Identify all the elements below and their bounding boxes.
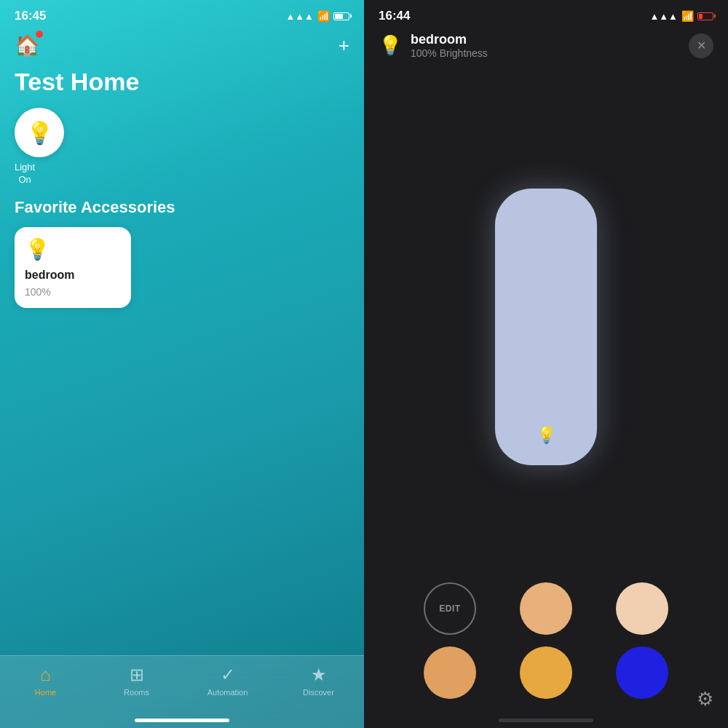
color-preset-warm2[interactable] xyxy=(616,582,668,635)
tab-home[interactable]: ⌂ Home xyxy=(24,665,68,697)
detail-subtitle: 100% Brightness xyxy=(411,47,488,59)
color-preset-blue[interactable] xyxy=(616,646,668,699)
left-panel: 16:45 ▲▲▲ 📶 🏠 + Test Home 💡 Light On Fav… xyxy=(0,0,364,728)
color-presets: EDIT xyxy=(364,582,728,728)
brightness-slider[interactable]: 💡 xyxy=(495,189,597,465)
light-icon-area: 💡 Light On xyxy=(0,108,364,198)
settings-icon-wrap[interactable]: ⚙ xyxy=(697,688,713,711)
left-time: 16:45 xyxy=(15,9,46,23)
right-status-bar: 16:44 ▲▲▲ 📶 xyxy=(364,0,728,26)
tab-automation[interactable]: ✓ Automation xyxy=(206,665,250,697)
battery-icon xyxy=(333,12,349,20)
home-icon-wrapper[interactable]: 🏠 xyxy=(15,33,40,58)
left-tab-bar: ⌂ Home ⊞ Rooms ✓ Automation ★ Discover xyxy=(0,655,364,728)
right-panel: 16:44 ▲▲▲ 📶 💡 bedroom 100% Brightness ✕ … xyxy=(364,0,728,728)
close-icon: ✕ xyxy=(697,39,706,52)
signal-icon: ▲▲▲ xyxy=(285,11,314,22)
page-title: Test Home xyxy=(0,65,364,108)
home-indicator-left xyxy=(135,719,229,722)
right-signal-icon: ▲▲▲ xyxy=(649,11,678,22)
color-preset-warm1[interactable] xyxy=(520,582,572,635)
home-icon: 🏠 xyxy=(15,34,40,57)
home-tab-icon: ⌂ xyxy=(40,665,51,685)
color-preset-warm4[interactable] xyxy=(520,646,572,699)
close-button[interactable]: ✕ xyxy=(689,33,713,58)
wifi-icon: 📶 xyxy=(317,10,330,22)
fav-card-value: 100% xyxy=(25,286,121,298)
right-battery-icon xyxy=(697,12,713,20)
right-status-icons: ▲▲▲ 📶 xyxy=(649,10,713,22)
right-time: 16:44 xyxy=(379,9,410,23)
tab-rooms[interactable]: ⊞ Rooms xyxy=(115,665,159,697)
detail-bulb-icon: 💡 xyxy=(379,34,402,57)
left-status-icons: ▲▲▲ 📶 xyxy=(285,10,349,22)
color-preset-warm3[interactable] xyxy=(424,646,476,699)
light-label: Light On xyxy=(15,162,35,186)
light-circle[interactable]: 💡 xyxy=(15,108,64,157)
detail-header: 💡 bedroom 100% Brightness ✕ xyxy=(364,26,728,71)
brightness-container: 💡 xyxy=(364,71,728,582)
discover-tab-icon: ★ xyxy=(311,665,327,685)
discover-tab-label: Discover xyxy=(303,688,334,697)
tab-discover[interactable]: ★ Discover xyxy=(297,665,341,697)
detail-title: bedroom xyxy=(411,32,488,47)
home-tab-label: Home xyxy=(35,688,56,697)
fav-section-title: Favorite Accessories xyxy=(15,198,349,217)
brightness-bulb-icon: 💡 xyxy=(537,426,556,445)
add-button[interactable]: + xyxy=(339,34,349,57)
left-status-bar: 16:45 ▲▲▲ 📶 xyxy=(0,0,364,26)
rooms-tab-label: Rooms xyxy=(124,688,149,697)
left-header: 🏠 + xyxy=(0,26,364,65)
home-badge xyxy=(36,31,43,38)
fav-card-name: bedroom xyxy=(25,269,121,282)
edit-label: EDIT xyxy=(439,604,460,614)
edit-circle[interactable]: EDIT xyxy=(424,582,476,635)
settings-icon: ⚙ xyxy=(697,688,713,710)
fav-section: Favorite Accessories 💡 bedroom 100% xyxy=(0,198,364,308)
automation-tab-label: Automation xyxy=(207,688,248,697)
detail-header-left: 💡 bedroom 100% Brightness xyxy=(379,32,488,59)
rooms-tab-icon: ⊞ xyxy=(130,665,144,685)
detail-text: bedroom 100% Brightness xyxy=(411,32,488,59)
fav-card[interactable]: 💡 bedroom 100% xyxy=(15,227,131,308)
fav-card-icon: 💡 xyxy=(25,237,121,261)
right-wifi-icon: 📶 xyxy=(681,10,694,22)
automation-tab-icon: ✓ xyxy=(221,665,235,685)
home-indicator-right xyxy=(499,719,593,722)
light-bulb-icon: 💡 xyxy=(26,120,53,146)
